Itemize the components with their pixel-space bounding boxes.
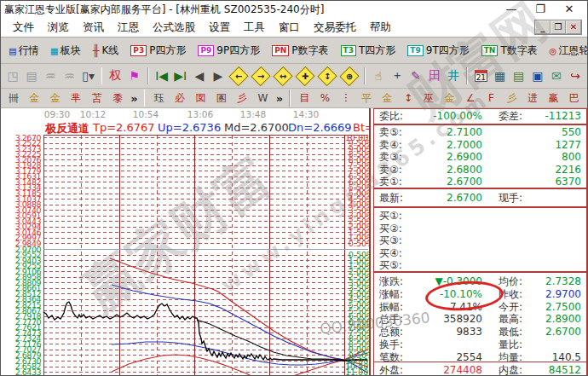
buy-row-1[interactable]: 买①:: [379, 210, 583, 223]
menu-item-7[interactable]: 工具: [237, 19, 272, 35]
sectors-button[interactable]: ▦板块: [46, 41, 86, 61]
buy-row-5[interactable]: 买⑤:: [379, 259, 583, 272]
calendar-icon[interactable]: 21: [472, 67, 489, 86]
angle-line-icon[interactable]: ∠: [461, 89, 480, 108]
maximize-button[interactable]: ❐: [533, 3, 548, 16]
enter-icon[interactable]: 进: [523, 89, 542, 108]
weibi-label: 委比:: [379, 110, 403, 123]
9t-square-button[interactable]: T99T四方形: [402, 41, 474, 61]
wu-icon[interactable]: 巫: [419, 89, 438, 108]
crosshair-tool-icon[interactable]: ＋: [389, 67, 406, 86]
hand-tool-icon[interactable]: ☝: [370, 67, 387, 86]
hatch-tool-icon[interactable]: 囡: [191, 89, 210, 108]
menu-item-1[interactable]: 文件: [6, 19, 41, 35]
toolbar-separator: [364, 67, 366, 84]
gann-grid-icon[interactable]: 井: [445, 67, 462, 86]
buy-row-4[interactable]: 买④:: [379, 247, 583, 260]
gold-line-icon[interactable]: 金: [440, 89, 458, 108]
9t-square-button-label: 9T四方形: [426, 43, 470, 58]
gann-toolbar-overflow-icon[interactable]: »: [274, 92, 285, 105]
gann-line-icon[interactable]: 卌: [4, 89, 23, 108]
save-icon[interactable]: ▣: [529, 67, 546, 86]
first-bar-icon[interactable]: Ⅰ◀: [153, 67, 170, 86]
channel-header-label: Bt=2.6639: [353, 121, 369, 134]
calculator-icon[interactable]: ▦: [491, 67, 508, 86]
kline-button-label: K线: [101, 43, 118, 58]
menu-item-2[interactable]: 浏览: [41, 19, 76, 35]
menu-item-6[interactable]: 设置: [202, 19, 237, 35]
expand-icon[interactable]: ⊕: [339, 67, 360, 86]
grid-table-icon[interactable]: 目: [295, 89, 314, 108]
quotes-button[interactable]: ▤行情: [4, 41, 44, 61]
report-icon[interactable]: ▤: [510, 67, 527, 86]
menu-item-5[interactable]: 公式选股: [146, 19, 202, 35]
sell-row-4[interactable]: 卖④:2.70001277: [379, 139, 583, 152]
grid-tool-icon[interactable]: 田: [426, 67, 443, 86]
win-icon[interactable]: 赢: [544, 89, 562, 108]
menu-bar: 文件浏览资讯江恩公式选股设置工具窗口交易委托帮助 _ ❐ ✕: [1, 18, 587, 38]
f-line-icon[interactable]: F: [481, 89, 500, 108]
next-bar-icon[interactable]: ▶: [210, 67, 227, 86]
shan-icon[interactable]: 彡: [503, 89, 522, 108]
buy-row-2[interactable]: 买②:: [379, 223, 583, 235]
kline-button[interactable]: ╫K线: [88, 41, 124, 61]
mdi-close-button[interactable]: ✕: [566, 20, 581, 34]
chart-area[interactable]: 09:3010:1210:5413:0613:4814:30 极反通道Tp=2.…: [1, 108, 369, 376]
9p-square-button[interactable]: P99P四方形: [193, 41, 265, 61]
chart-plot[interactable]: [1, 108, 369, 376]
t-square-button[interactable]: T3T四方形: [336, 41, 401, 61]
t-table-icon: TN: [481, 45, 499, 56]
menu-item-4[interactable]: 江恩: [111, 19, 146, 35]
gold-ratio-icon[interactable]: 金: [25, 89, 43, 108]
gann-wheel-button[interactable]: ◎江恩轮: [545, 41, 588, 61]
fan-tool-icon[interactable]: 彡: [233, 89, 251, 108]
updown-icon[interactable]: ↕: [399, 89, 418, 108]
menu-item-10[interactable]: 帮助: [363, 19, 398, 35]
pan-left-icon[interactable]: ←: [228, 67, 249, 86]
t-square-icon: T3: [341, 45, 356, 56]
angle-tool-icon[interactable]: 黍: [108, 89, 127, 108]
pan-right-icon[interactable]: →: [251, 67, 271, 86]
p-table-button[interactable]: PNP数字表: [267, 41, 333, 61]
menu-item-8[interactable]: 窗口: [272, 19, 307, 35]
p-square-button[interactable]: P3P四方形: [125, 41, 191, 61]
level-icon[interactable]: 平: [357, 89, 376, 108]
mdi-minimize-button[interactable]: _: [535, 20, 551, 34]
flag-icon[interactable]: ⚑: [126, 67, 143, 86]
close-button[interactable]: ✕: [562, 3, 577, 16]
sell-row-1[interactable]: 卖①:2.67006370: [379, 176, 583, 188]
percent-line-icon[interactable]: ⵗ: [337, 89, 355, 108]
rights-icon[interactable]: 权: [107, 67, 124, 86]
zoom-h-icon[interactable]: ↔: [273, 67, 293, 86]
ray-tool-icon[interactable]: 必: [170, 89, 189, 108]
menu-item-9[interactable]: 交易委托: [307, 19, 363, 35]
fibo-icon[interactable]: 芈: [66, 89, 85, 108]
shade-tool-icon[interactable]: 圂: [212, 89, 231, 108]
percent-icon[interactable]: %: [315, 89, 334, 108]
compress-icon[interactable]: ✚: [295, 67, 315, 86]
pencil-tool-icon[interactable]: ✎: [407, 67, 424, 86]
latest-label: 最新:: [379, 192, 403, 205]
ba-icon[interactable]: 巴: [565, 89, 584, 108]
minimize-button[interactable]: —: [504, 3, 519, 16]
sell-row-2[interactable]: 卖②:2.68002216: [379, 164, 583, 176]
exit-icon[interactable]: ↪: [567, 67, 584, 86]
last-bar-icon[interactable]: ▶Ⅰ: [172, 67, 189, 86]
gold-section-icon[interactable]: 金: [46, 89, 65, 108]
sell-row-5[interactable]: 卖⑤:2.7100550: [379, 126, 583, 139]
menu-item-3[interactable]: 资讯: [76, 19, 111, 35]
period-dropdown[interactable]: ▯▾: [80, 67, 97, 86]
weicha-label: 委差:: [499, 110, 522, 123]
wave-tool-icon[interactable]: W: [253, 89, 272, 108]
gann-toolbar-overflow-icon[interactable]: »: [128, 92, 140, 105]
mail-icon[interactable]: ✉: [548, 67, 565, 86]
prev-bar-icon[interactable]: ◀: [191, 67, 208, 86]
gold-circle-icon[interactable]: 金: [378, 89, 396, 108]
buy-row-3[interactable]: 买③:: [379, 234, 583, 247]
sell-row-3[interactable]: 卖③:2.6900800: [379, 151, 583, 164]
box-tool-icon[interactable]: 珏: [149, 89, 168, 108]
zoom-v-icon[interactable]: ↕: [317, 67, 337, 86]
mdi-restore-button[interactable]: ❐: [551, 20, 566, 34]
circle-tool-icon[interactable]: 苫: [87, 89, 106, 108]
t-table-button[interactable]: TNT数字表: [476, 41, 543, 61]
